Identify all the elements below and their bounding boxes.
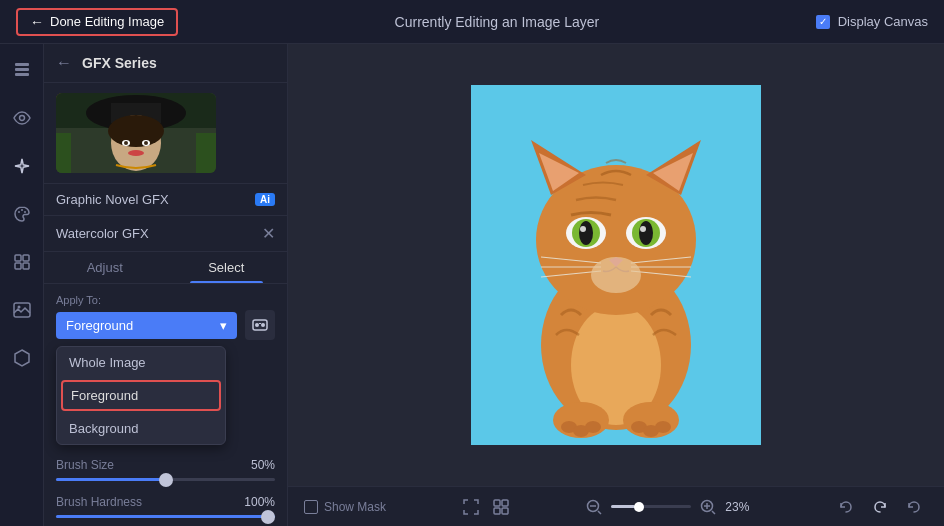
svg-point-60 — [591, 257, 641, 293]
bottom-toolbar: Show Mask — [288, 486, 944, 526]
svg-rect-7 — [15, 255, 21, 261]
svg-rect-1 — [15, 68, 29, 71]
ai-badge: Ai — [255, 193, 275, 206]
brush-hardness-thumb[interactable] — [261, 510, 275, 524]
icon-bar — [0, 44, 44, 526]
image-preview-container — [44, 83, 287, 184]
zoom-slider-fill — [611, 505, 635, 508]
svg-point-3 — [19, 116, 24, 121]
svg-point-21 — [124, 141, 128, 145]
brush-hardness-value: 100% — [244, 495, 275, 509]
svg-rect-0 — [15, 63, 29, 66]
apply-to-row: Foreground ▾ Whole Image Foreground — [44, 310, 287, 350]
brush-size-fill — [56, 478, 166, 481]
show-mask-checkbox[interactable] — [304, 500, 318, 514]
dropdown-option-whole-image[interactable]: Whole Image — [57, 347, 225, 378]
apply-to-dropdown[interactable]: Foreground ▾ — [56, 312, 237, 339]
svg-point-44 — [640, 226, 646, 232]
brush-size-row: Brush Size 50% — [56, 458, 275, 481]
svg-point-5 — [21, 209, 23, 211]
sliders-section: Brush Size 50% Brush Hardness 100% — [44, 450, 287, 526]
mask-icon-svg — [252, 317, 268, 333]
icon-eye[interactable] — [8, 104, 36, 132]
image-preview — [56, 93, 216, 173]
done-editing-button[interactable]: ← Done Editing Image — [16, 8, 178, 36]
svg-point-19 — [128, 150, 144, 156]
sidebar-header: ← GFX Series — [44, 44, 287, 83]
svg-point-4 — [18, 211, 20, 213]
view-icons-right — [832, 493, 928, 521]
sidebar-back-button[interactable]: ← — [56, 54, 72, 72]
brush-hardness-fill — [56, 515, 275, 518]
filter-name-label: Watercolor GFX — [56, 226, 149, 241]
close-filter-button[interactable]: ✕ — [262, 224, 275, 243]
svg-line-71 — [712, 511, 715, 514]
zoom-in-button[interactable] — [699, 498, 717, 516]
svg-point-58 — [655, 421, 671, 433]
svg-point-43 — [639, 221, 653, 245]
sidebar-panel: ← GFX Series — [44, 44, 288, 526]
tab-adjust[interactable]: Adjust — [44, 252, 166, 283]
done-editing-label: Done Editing Image — [50, 14, 164, 29]
layer-name-row: Graphic Novel GFX Ai — [44, 184, 287, 216]
svg-point-40 — [580, 226, 586, 232]
mask-icon-button[interactable] — [245, 310, 275, 340]
dropdown-option-foreground[interactable]: Foreground — [61, 380, 221, 411]
cat-image-container — [471, 85, 761, 445]
svg-point-28 — [261, 323, 265, 327]
icon-image[interactable] — [8, 296, 36, 324]
zoom-controls: 23% — [585, 498, 760, 516]
preview-image-svg — [56, 93, 216, 173]
brush-size-track[interactable] — [56, 478, 275, 481]
brush-size-header: Brush Size 50% — [56, 458, 275, 472]
svg-rect-24 — [56, 133, 71, 173]
chevron-down-icon: ▾ — [220, 318, 227, 333]
svg-rect-25 — [196, 133, 216, 173]
cat-canvas-svg — [471, 85, 761, 445]
page-title: Currently Editing an Image Layer — [395, 14, 600, 30]
layout-icons-group — [458, 494, 514, 520]
icon-palette[interactable] — [8, 200, 36, 228]
icon-sparkle[interactable] — [8, 152, 36, 180]
canvas-area: Show Mask — [288, 44, 944, 526]
icon-layout[interactable] — [8, 248, 36, 276]
tabs-row: Adjust Select — [44, 252, 287, 284]
dropdown-option-background[interactable]: Background — [57, 413, 225, 444]
svg-rect-8 — [23, 255, 29, 261]
svg-rect-10 — [23, 263, 29, 269]
main-layout: ← GFX Series — [0, 44, 944, 526]
tab-select[interactable]: Select — [166, 252, 288, 283]
zoom-slider-track[interactable] — [611, 505, 691, 508]
show-mask-label: Show Mask — [324, 500, 386, 514]
brush-size-thumb[interactable] — [159, 473, 173, 487]
svg-line-67 — [598, 511, 601, 514]
fit-view-icon[interactable] — [458, 494, 484, 520]
arrow-left-icon: ← — [30, 14, 44, 30]
filter-row: Watercolor GFX ✕ — [44, 216, 287, 252]
apply-to-label: Apply To: — [44, 284, 287, 310]
svg-point-27 — [255, 323, 259, 327]
zoom-out-button[interactable] — [585, 498, 603, 516]
apply-to-value: Foreground — [66, 318, 133, 333]
canvas-workspace[interactable] — [288, 44, 944, 486]
brush-size-label: Brush Size — [56, 458, 114, 472]
svg-point-6 — [24, 211, 26, 213]
undo-icon[interactable] — [866, 493, 894, 521]
svg-point-23 — [144, 141, 148, 145]
redo-icon[interactable] — [900, 493, 928, 521]
display-canvas-checkbox[interactable]: ✓ — [816, 15, 830, 29]
dropdown-menu: Whole Image Foreground Background — [56, 346, 226, 445]
grid-view-icon[interactable] — [488, 494, 514, 520]
brush-size-value: 50% — [251, 458, 275, 472]
display-canvas-area: ✓ Display Canvas — [816, 14, 928, 29]
icon-layers[interactable] — [8, 56, 36, 84]
icon-hexagon[interactable] — [8, 344, 36, 372]
brush-hardness-track[interactable] — [56, 515, 275, 518]
svg-rect-2 — [15, 73, 29, 76]
history-back-icon[interactable] — [832, 493, 860, 521]
svg-point-18 — [108, 115, 164, 147]
zoom-slider-thumb[interactable] — [634, 502, 644, 512]
svg-rect-62 — [502, 500, 508, 506]
top-bar: ← Done Editing Image Currently Editing a… — [0, 0, 944, 44]
svg-point-39 — [579, 221, 593, 245]
